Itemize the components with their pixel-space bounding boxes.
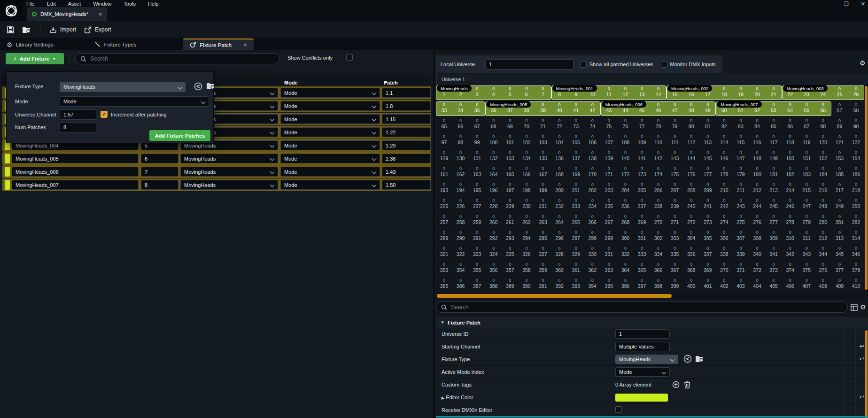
channel-cell-55[interactable]: 055 bbox=[798, 101, 815, 117]
channel-cell-74[interactable]: 074 bbox=[584, 117, 601, 133]
channel-cell-116[interactable]: 0116 bbox=[749, 133, 765, 149]
channel-cell-410[interactable]: 0410 bbox=[848, 277, 864, 292]
channel-cell-244[interactable]: 0244 bbox=[749, 197, 765, 213]
tab-close-icon[interactable]: ✕ bbox=[243, 42, 247, 47]
channel-cell-154[interactable]: 0154 bbox=[848, 149, 864, 165]
save-button[interactable] bbox=[3, 21, 18, 38]
channel-cell-40[interactable]: 040 bbox=[551, 101, 568, 117]
channel-cell-214[interactable]: 0214 bbox=[782, 181, 798, 197]
export-button[interactable]: Export bbox=[80, 21, 115, 38]
channel-cell-279[interactable]: 0279 bbox=[798, 213, 815, 229]
fixture-patch-section-header[interactable]: ▼ Fixture Patch bbox=[436, 317, 868, 328]
channel-cell-86[interactable]: 086 bbox=[782, 117, 798, 133]
channel-cell-25[interactable]: 025 bbox=[831, 85, 848, 101]
channel-cell-363[interactable]: 0363 bbox=[601, 261, 617, 277]
channel-cell-53[interactable]: 053 bbox=[766, 101, 782, 117]
details-vertical-scrollbar[interactable] bbox=[865, 329, 868, 418]
channel-cell-397[interactable]: 0397 bbox=[634, 277, 650, 292]
channel-cell-270[interactable]: 0270 bbox=[650, 213, 666, 229]
channel-cell-324[interactable]: 0324 bbox=[485, 245, 502, 261]
channel-cell-333[interactable]: 0333 bbox=[634, 245, 650, 261]
channel-cell-84[interactable]: 084 bbox=[749, 117, 765, 133]
details-search-input[interactable]: Search bbox=[436, 302, 848, 313]
channel-cell-388[interactable]: 0388 bbox=[485, 277, 502, 292]
channel-cell-88[interactable]: 088 bbox=[815, 117, 831, 133]
channel-cell-369[interactable]: 0369 bbox=[699, 261, 716, 277]
channel-cell-374[interactable]: 0374 bbox=[782, 261, 798, 277]
increment-after-patching-checkbox[interactable]: ✓ bbox=[101, 111, 108, 118]
channel-cell-85[interactable]: 085 bbox=[766, 117, 782, 133]
channel-cell-149[interactable]: 0149 bbox=[766, 149, 782, 165]
channel-cell-186[interactable]: 0186 bbox=[848, 165, 864, 181]
detail-value-input[interactable]: 1 bbox=[615, 329, 670, 339]
channel-cell-390[interactable]: 0390 bbox=[518, 277, 535, 292]
channel-cell-264[interactable]: 0264 bbox=[551, 213, 568, 229]
channel-cell-343[interactable]: 0343 bbox=[798, 245, 815, 261]
channel-cell-107[interactable]: 0107 bbox=[601, 133, 617, 149]
channel-cell-112[interactable]: 0112 bbox=[683, 133, 699, 149]
channel-cell-168[interactable]: 0168 bbox=[551, 165, 568, 181]
minimize-button[interactable]: – bbox=[829, 1, 832, 7]
channel-cell-173[interactable]: 0173 bbox=[634, 165, 650, 181]
channel-cell-262[interactable]: 0262 bbox=[518, 213, 535, 229]
channel-cell-297[interactable]: 0297 bbox=[568, 229, 584, 245]
channel-cell-65[interactable]: 065 bbox=[436, 117, 452, 133]
channel-cell-170[interactable]: 0170 bbox=[584, 165, 601, 181]
channel-cell-161[interactable]: 0161 bbox=[436, 165, 452, 181]
channel-cell-300[interactable]: 0300 bbox=[617, 229, 634, 245]
menu-item-help[interactable]: Help bbox=[148, 1, 159, 7]
import-button[interactable]: Import bbox=[45, 21, 80, 38]
channel-cell-340[interactable]: 0340 bbox=[749, 245, 765, 261]
channel-cell-276[interactable]: 0276 bbox=[749, 213, 765, 229]
channel-cell-242[interactable]: 0242 bbox=[716, 197, 732, 213]
channel-cell-356[interactable]: 0356 bbox=[485, 261, 502, 277]
channel-cell-178[interactable]: 0178 bbox=[716, 165, 732, 181]
channel-cell-5[interactable]: 05 bbox=[502, 85, 518, 101]
popup-num-patches-input[interactable]: 8 bbox=[60, 122, 96, 132]
channel-cell-82[interactable]: 082 bbox=[716, 117, 732, 133]
channel-cell-398[interactable]: 0398 bbox=[650, 277, 666, 292]
fixture-type-dropdown[interactable]: MovingHeads bbox=[180, 167, 278, 177]
channel-cell-18[interactable]: 018 bbox=[716, 85, 732, 101]
tab-fixture-patch[interactable]: Fixture Patch ✕ bbox=[183, 39, 254, 50]
channel-cell-396[interactable]: 0396 bbox=[617, 277, 634, 292]
channel-cell-296[interactable]: 0296 bbox=[551, 229, 568, 245]
channel-cell-70[interactable]: 070 bbox=[518, 117, 535, 133]
channel-cell-142[interactable]: 0142 bbox=[650, 149, 666, 165]
channel-cell-227[interactable]: 0227 bbox=[469, 197, 485, 213]
channel-cell-228[interactable]: 0228 bbox=[485, 197, 502, 213]
channel-cell-34[interactable]: 034 bbox=[452, 101, 469, 117]
channel-cell-108[interactable]: 0108 bbox=[617, 133, 634, 149]
channel-cell-68[interactable]: 068 bbox=[485, 117, 502, 133]
channel-cell-376[interactable]: 0376 bbox=[815, 261, 831, 277]
add-element-icon[interactable] bbox=[672, 381, 680, 388]
channel-cell-304[interactable]: 0304 bbox=[683, 229, 699, 245]
channel-cell-21[interactable]: 021 bbox=[766, 85, 782, 101]
channel-cell-130[interactable]: 0130 bbox=[452, 149, 469, 165]
channel-cell-346[interactable]: 0346 bbox=[848, 245, 864, 261]
channel-cell-7[interactable]: 07 bbox=[535, 85, 551, 101]
channel-cell-335[interactable]: 0335 bbox=[666, 245, 683, 261]
channel-cell-312[interactable]: 0312 bbox=[815, 229, 831, 245]
channel-cell-193[interactable]: 0193 bbox=[436, 181, 452, 197]
channel-cell-246[interactable]: 0246 bbox=[782, 197, 798, 213]
channel-cell-69[interactable]: 069 bbox=[502, 117, 518, 133]
channel-cell-196[interactable]: 0196 bbox=[485, 181, 502, 197]
channel-cell-406[interactable]: 0406 bbox=[782, 277, 798, 292]
channel-cell-258[interactable]: 0258 bbox=[452, 213, 469, 229]
channel-cell-78[interactable]: 078 bbox=[650, 117, 666, 133]
channel-cell-83[interactable]: 083 bbox=[732, 117, 749, 133]
channel-cell-389[interactable]: 0389 bbox=[502, 277, 518, 292]
channel-cell-238[interactable]: 0238 bbox=[650, 197, 666, 213]
channel-cell-210[interactable]: 0210 bbox=[716, 181, 732, 197]
channel-cell-75[interactable]: 075 bbox=[601, 117, 617, 133]
fixture-fid-input[interactable]: 8 bbox=[141, 180, 178, 190]
channel-cell-118[interactable]: 0118 bbox=[782, 133, 798, 149]
details-settings-gear-icon[interactable]: ⚙ bbox=[860, 304, 866, 310]
channel-cell-303[interactable]: 0303 bbox=[666, 229, 683, 245]
fixture-row-movingheads_005[interactable]: MovingHeads_0056MovingHeadsMode1.36 bbox=[2, 152, 431, 165]
channel-cell-80[interactable]: 080 bbox=[683, 117, 699, 133]
monitor-dmx-inputs-checkbox[interactable] bbox=[661, 61, 667, 68]
channel-cell-14[interactable]: 014 bbox=[650, 85, 666, 101]
fixture-mode-dropdown[interactable]: Mode bbox=[280, 154, 380, 163]
